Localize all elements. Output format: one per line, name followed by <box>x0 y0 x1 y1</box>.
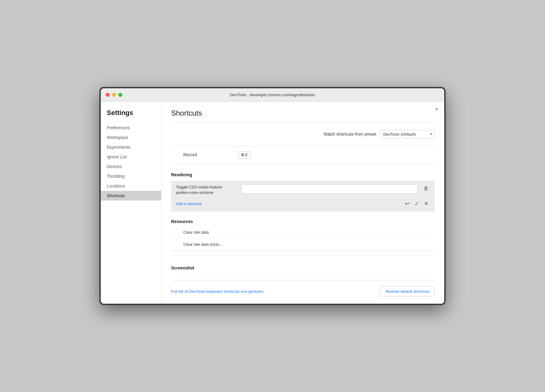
window-title: DevTools - developer.chrome.com/tags/dev… <box>230 93 315 97</box>
title-divider <box>171 122 435 123</box>
shortcut-input-css-media[interactable] <box>242 184 418 194</box>
maximize-window-button[interactable] <box>118 93 122 97</box>
preset-select-wrapper: DevTools (Default) Visual Studio Code ▾ <box>380 130 435 139</box>
shortcut-symbol: ⌘ <box>241 153 245 157</box>
main-content: Settings Preferences Workspace Experimen… <box>101 102 444 304</box>
title-bar: DevTools - developer.chrome.com/tags/dev… <box>101 88 444 102</box>
preset-row: Match shortcuts from preset DevTools (De… <box>171 130 435 139</box>
shortcut-row-rendering: Toggle CSS media feature prefers-color-s… <box>171 181 435 199</box>
trash-icon: 🗑 <box>424 186 428 191</box>
add-shortcut-link[interactable]: Add a shortcut <box>176 201 201 206</box>
confirm-cancel-actions: ↩ ✓ ✕ <box>404 199 430 208</box>
full-list-link[interactable]: Full list of DevTools keyboard shortcuts… <box>171 289 263 294</box>
sidebar-item-throttling[interactable]: Throttling <box>101 171 161 181</box>
delete-shortcut-button[interactable]: 🗑 <box>422 184 430 192</box>
shortcut-key: E <box>245 153 248 157</box>
check-icon: ✓ <box>415 200 419 207</box>
shortcut-name-css-media: Toggle CSS media feature prefers-color-s… <box>176 184 237 195</box>
window-frame: DevTools - developer.chrome.com/tags/dev… <box>101 88 444 304</box>
content-panel: × Shortcuts Match shortcuts from preset … <box>161 102 444 304</box>
sidebar-item-experiments[interactable]: Experiments <box>101 142 161 152</box>
confirm-shortcut-button[interactable]: ✓ <box>413 199 420 208</box>
sidebar-item-shortcuts[interactable]: Shortcuts <box>101 191 161 201</box>
sidebar-item-preferences[interactable]: Preferences <box>101 123 161 133</box>
resources-section: Resources Clear site data Clear site dat… <box>171 217 435 251</box>
sidebar-item-devices[interactable]: Devices <box>101 162 161 171</box>
screenshot-section: Screenshot <box>171 263 435 273</box>
record-row: Record ⌘ E <box>171 146 435 164</box>
cancel-shortcut-button[interactable]: ✕ <box>423 199 430 208</box>
add-shortcut-area: Add a shortcut ↩ ✓ ✕ <box>171 199 435 212</box>
record-shortcut: ⌘ E <box>238 151 251 159</box>
undo-shortcut-button[interactable]: ↩ <box>404 199 411 208</box>
shortcut-actions: 🗑 <box>422 184 430 192</box>
rendering-section-header: Rendering <box>171 170 435 180</box>
sidebar: Settings Preferences Workspace Experimen… <box>101 102 161 304</box>
sidebar-item-ignore-list[interactable]: Ignore List <box>101 152 161 162</box>
close-icon: ✕ <box>424 200 428 207</box>
app-window: DevTools - developer.chrome.com/tags/dev… <box>100 87 445 305</box>
sidebar-item-locations[interactable]: Locations <box>101 181 161 191</box>
sidebar-title: Settings <box>101 109 161 123</box>
restore-defaults-button[interactable]: Restore default shortcuts <box>380 286 435 296</box>
close-panel-button[interactable]: × <box>435 106 438 112</box>
close-window-button[interactable] <box>106 93 110 97</box>
screenshot-section-header: Screenshot <box>171 263 435 273</box>
traffic-lights <box>106 93 122 97</box>
resources-section-header: Resources <box>171 217 435 226</box>
resource-item-clear-site: Clear site data <box>171 226 435 238</box>
preset-select[interactable]: DevTools (Default) Visual Studio Code <box>380 130 435 139</box>
sidebar-item-workspace[interactable]: Workspace <box>101 133 161 142</box>
record-label: Record <box>171 152 238 157</box>
preset-label: Match shortcuts from preset <box>323 132 376 137</box>
resource-item-clear-site-inclu: Clear site data (inclu... <box>171 238 435 251</box>
panel-title: Shortcuts <box>171 109 435 117</box>
undo-icon: ↩ <box>405 200 410 207</box>
rendering-section: Toggle CSS media feature prefers-color-s… <box>171 181 435 212</box>
resources-divider <box>171 255 435 256</box>
minimize-window-button[interactable] <box>112 93 116 97</box>
panel-footer: Full list of DevTools keyboard shortcuts… <box>171 280 435 296</box>
